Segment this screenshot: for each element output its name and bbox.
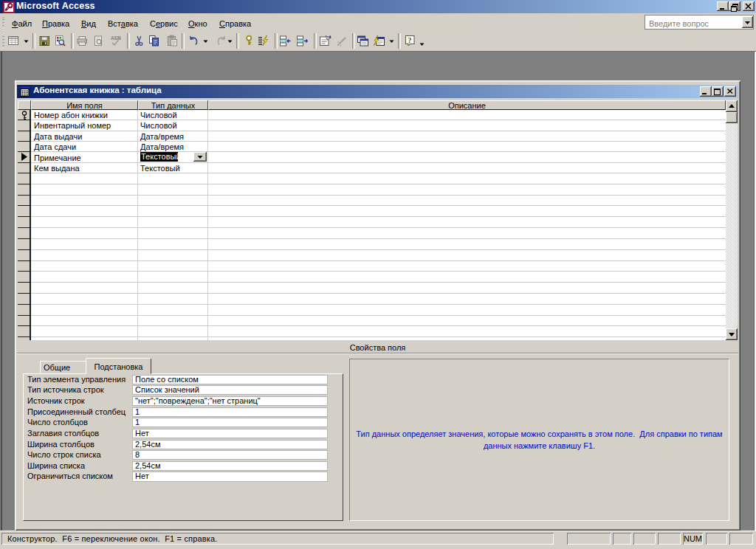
- svg-text:?: ?: [408, 37, 412, 44]
- svg-text:АБВ: АБВ: [111, 35, 121, 41]
